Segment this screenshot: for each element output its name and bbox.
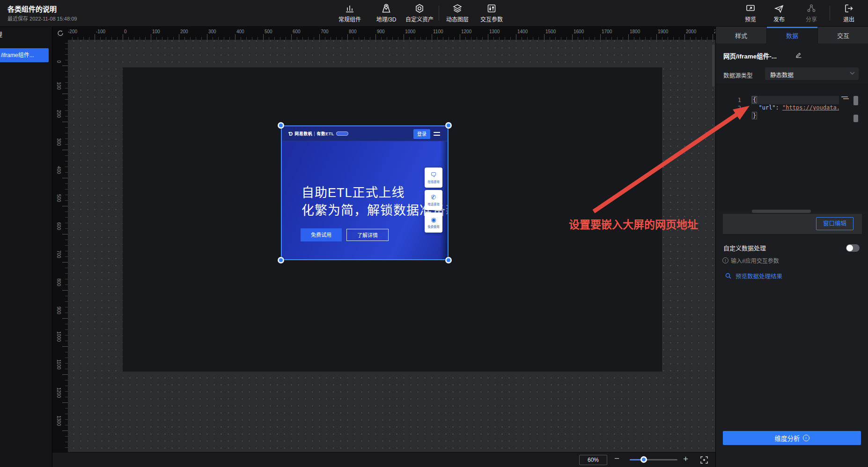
h-ruler-label: 600 (293, 29, 301, 34)
editor-horizontal-scrollbar[interactable] (752, 210, 811, 213)
phone-consult-card[interactable]: ✆ 电话咨询 (425, 190, 442, 210)
editor-scrollbar-block[interactable] (853, 115, 858, 122)
action-share[interactable]: 分享 (794, 3, 828, 23)
action-publish[interactable]: 发布 (762, 3, 796, 23)
login-button[interactable]: 登录 (413, 129, 430, 139)
phone-icon: ✆ (431, 194, 436, 200)
h-ruler-label: 900 (377, 29, 385, 34)
toolbar-item-dynamic-layers[interactable]: 动态图层 (441, 3, 474, 23)
zoom-in-button[interactable]: + (683, 454, 688, 464)
editor-minimap (840, 95, 851, 125)
fit-to-screen-icon[interactable] (699, 455, 709, 465)
free-trial-button[interactable]: 免费试用 (301, 228, 342, 241)
toolbar-item-charts[interactable]: 常规组件 (333, 3, 367, 23)
code-line-1: { (752, 96, 757, 103)
layers-icon (441, 3, 474, 14)
v-ruler-label: 600 (56, 222, 61, 230)
h-ruler-label: 800 (349, 29, 357, 34)
toolbar-label: 分享 (794, 15, 828, 23)
chevron-down-icon (850, 72, 855, 75)
canvas-vertical-scrollbar[interactable] (712, 44, 714, 87)
layers-panel: 理 /iframe组件... (0, 27, 52, 467)
h-ruler-label: 2000 (686, 29, 696, 34)
action-exit[interactable]: 退出 (832, 3, 866, 23)
tab-style[interactable]: 样式 (716, 27, 767, 44)
zoom-percent-field[interactable]: 60% (579, 455, 607, 465)
webpage-navbar: Ɗ 网易数帆 有数ETL 登录 (282, 126, 448, 141)
zoom-out-button[interactable]: − (614, 453, 619, 464)
project-title: 各类组件的说明 (7, 4, 57, 14)
zoom-slider[interactable] (630, 459, 677, 460)
toggle-knob (846, 245, 853, 251)
hamburger-menu-icon[interactable] (434, 132, 440, 136)
rename-pencil-icon[interactable] (795, 51, 802, 58)
paper-plane-icon (762, 3, 796, 14)
datasource-type-value: 静态数据 (770, 70, 794, 79)
ruler-reset-corner[interactable] (52, 27, 68, 40)
brand-name: 网易数帆 (294, 131, 312, 137)
layer-item-iframe-selected[interactable]: /iframe组件... (0, 48, 49, 62)
learn-more-button[interactable]: 了解详情 (346, 229, 389, 241)
toolbar-label: 动态图层 (441, 15, 474, 23)
logout-icon (832, 3, 866, 14)
online-consult-card[interactable]: 🗨 在线咨询 (425, 168, 442, 188)
datasource-type-select[interactable]: 静态数据 (765, 67, 859, 80)
editor-scrollbar-block[interactable] (853, 96, 858, 105)
info-icon: ! (722, 257, 728, 263)
preview-result-text: 预览数据处理结果 (736, 271, 782, 280)
h-ruler-label: 500 (265, 29, 272, 34)
resize-handle-top-right[interactable] (445, 122, 452, 129)
resize-handle-bottom-right[interactable] (445, 257, 452, 263)
tab-interaction[interactable]: 交互 (818, 27, 868, 44)
free-use-card[interactable]: ◉ 免费使用 (425, 212, 442, 233)
line-number: 3 (733, 113, 741, 119)
v-ruler-label: 1100 (56, 359, 61, 370)
h-ruler-label: 200 (180, 29, 188, 34)
float-label: 免费使用 (427, 224, 439, 228)
float-label: 电话咨询 (427, 202, 439, 206)
toolbar-divider (439, 6, 439, 21)
bar-chart-icon (333, 3, 367, 14)
code-line-3: } (752, 112, 757, 119)
search-icon (725, 273, 731, 279)
circle-arrow-icon: › (803, 435, 809, 441)
window-edit-button[interactable]: 窗口编辑 (816, 217, 853, 230)
v-ruler-label: 500 (56, 194, 61, 202)
screen-editor-app: -200-10001002003004005006007008009001000… (0, 0, 868, 467)
v-ruler-label: 1200 (56, 387, 61, 398)
h-ruler-label: 1200 (461, 29, 471, 34)
reset-view-icon (57, 30, 64, 36)
share-nodes-icon (794, 3, 828, 14)
horizontal-ruler: -200-10001002003004005006007008009001000… (52, 27, 715, 40)
iframe-component-selected[interactable]: Ɗ 网易数帆 有数ETL 登录 自助ETL正式上线 化繁为简，解锁数据准备新姿势… (281, 125, 449, 260)
v-ruler-label: 400 (56, 166, 61, 174)
toolbar-item-geo3d[interactable]: 地理/3D (369, 3, 403, 23)
datasource-type-label: 数据源类型 (723, 71, 753, 80)
component-name: 网页/iframe组件-... (723, 51, 777, 60)
line-number: 2 (733, 105, 741, 111)
toolbar-item-interaction-params[interactable]: 交互参数 (475, 3, 508, 23)
static-data-code-editor[interactable]: 1 2 3 { "url": "https://youdata. } (716, 83, 868, 210)
dimension-analysis-button[interactable]: 维度分析 › (723, 431, 861, 445)
coin-icon: ◉ (431, 217, 436, 223)
zoom-slider-knob[interactable] (640, 456, 647, 463)
toolbar-label: 常规组件 (333, 15, 367, 23)
float-label: 在线咨询 (427, 179, 439, 183)
custom-processing-toggle[interactable] (846, 244, 860, 252)
v-ruler-label: 700 (56, 250, 61, 258)
resize-handle-top-left[interactable] (278, 122, 284, 129)
preview-result-link[interactable]: 预览数据处理结果 (725, 271, 782, 280)
tab-data[interactable]: 数据 (767, 27, 818, 44)
toolbar-label: 发布 (762, 15, 796, 23)
resize-handle-bottom-left[interactable] (278, 257, 284, 263)
toolbar-item-custom-assets[interactable]: 自定义资产 (403, 3, 436, 23)
sliders-icon (475, 3, 508, 14)
h-ruler-label: 1700 (602, 29, 612, 34)
v-ruler-label: 1000 (56, 331, 61, 342)
h-ruler-label: 1800 (630, 29, 640, 34)
toolbar-label: 地理/3D (369, 15, 403, 23)
toolbar-label: 退出 (832, 15, 866, 23)
floating-contact-bar: 🗨 在线咨询 ✆ 电话咨询 ◉ 免费使用 (425, 168, 442, 233)
embedded-webpage: Ɗ 网易数帆 有数ETL 登录 自助ETL正式上线 化繁为简，解锁数据准备新姿势… (282, 126, 448, 259)
h-ruler-label: 1500 (545, 29, 556, 34)
